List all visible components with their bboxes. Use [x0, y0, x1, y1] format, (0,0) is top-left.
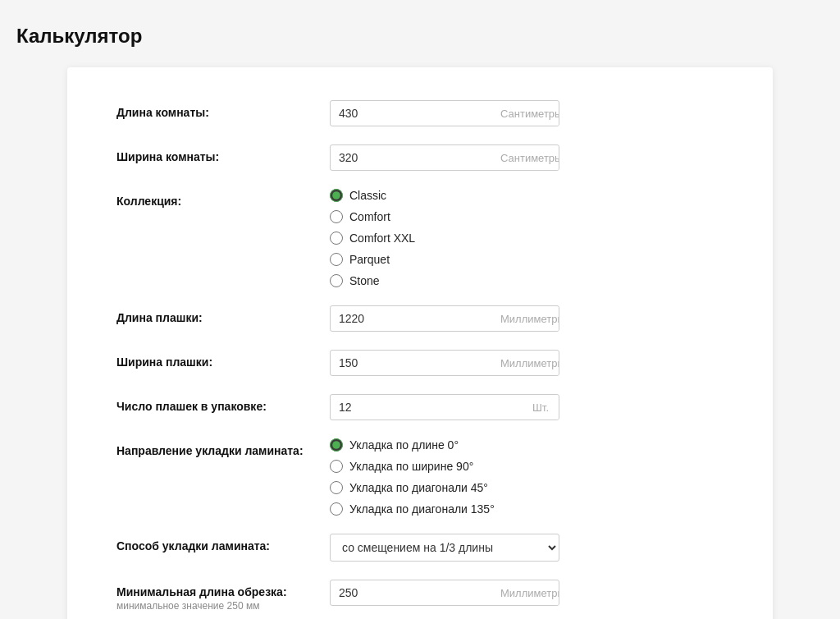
room-length-unit: Сантиметры	[491, 102, 559, 126]
plank-width-label: Ширина плашки:	[116, 350, 330, 369]
direction-row: Направление укладки ламината: Укладка по…	[116, 438, 724, 516]
min-cut-row: Минимальная длина обрезка: минимальное з…	[116, 580, 724, 612]
direction-radio-diag-135[interactable]	[330, 502, 343, 516]
planks-per-pack-row: Число плашек в упаковке: Шт.	[116, 394, 724, 420]
planks-per-pack-unit: Шт.	[523, 396, 559, 420]
collection-radio-parquet[interactable]	[330, 253, 343, 266]
direction-label-diag-45: Укладка по диагонали 45°	[349, 481, 488, 494]
collection-label-classic: Classic	[349, 189, 386, 202]
plank-length-input[interactable]	[331, 306, 491, 331]
min-cut-input-wrap: Миллиметры	[330, 580, 559, 606]
planks-per-pack-label: Число плашек в упаковке:	[116, 394, 330, 413]
collection-radio-comfort-xxl[interactable]	[330, 232, 343, 245]
direction-label: Направление укладки ламината:	[116, 438, 330, 457]
direction-radio-group: Укладка по длине 0° Укладка по ширине 90…	[330, 438, 724, 516]
direction-control: Укладка по длине 0° Укладка по ширине 90…	[330, 438, 724, 516]
direction-radio-along-0[interactable]	[330, 438, 343, 452]
planks-per-pack-control: Шт.	[330, 394, 724, 420]
direction-option-diag-45[interactable]: Укладка по диагонали 45°	[330, 481, 724, 494]
collection-row: Коллекция: Classic Comfort Comfort XXL	[116, 189, 724, 287]
collection-option-parquet[interactable]: Parquet	[330, 253, 724, 266]
plank-width-unit: Миллиметры	[491, 351, 559, 375]
room-length-row: Длина комнаты: Сантиметры	[116, 100, 724, 126]
direction-label-width-90: Укладка по ширине 90°	[349, 460, 473, 473]
plank-length-input-wrap: Миллиметры	[330, 305, 559, 332]
plank-width-input[interactable]	[331, 351, 491, 375]
collection-option-comfort[interactable]: Comfort	[330, 210, 724, 223]
collection-option-classic[interactable]: Classic	[330, 189, 724, 202]
plank-length-control: Миллиметры	[330, 305, 724, 332]
direction-radio-diag-45[interactable]	[330, 481, 343, 494]
calculator-card: Длина комнаты: Сантиметры Ширина комнаты…	[67, 67, 773, 619]
direction-option-width-90[interactable]: Укладка по ширине 90°	[330, 460, 724, 473]
direction-option-along-0[interactable]: Укладка по длине 0°	[330, 438, 724, 452]
min-cut-hint: минимальное значение 250 мм	[116, 600, 330, 612]
page-title: Калькулятор	[16, 25, 824, 48]
method-control: со смещением на 1/3 длины со смещением н…	[330, 534, 724, 562]
plank-width-control: Миллиметры	[330, 350, 724, 376]
room-width-control: Сантиметры	[330, 144, 724, 171]
planks-per-pack-input[interactable]	[331, 395, 523, 420]
room-width-row: Ширина комнаты: Сантиметры	[116, 144, 724, 171]
plank-length-label: Длина плашки:	[116, 305, 330, 324]
direction-label-diag-135: Укладка по диагонали 135°	[349, 502, 495, 516]
planks-per-pack-input-wrap: Шт.	[330, 394, 559, 420]
min-cut-control: Миллиметры	[330, 580, 724, 606]
direction-label-along-0: Укладка по длине 0°	[349, 438, 459, 452]
room-width-label: Ширина комнаты:	[116, 144, 330, 163]
collection-label: Коллекция:	[116, 189, 330, 208]
min-cut-label-wrap: Минимальная длина обрезка: минимальное з…	[116, 580, 330, 612]
collection-radio-comfort[interactable]	[330, 210, 343, 223]
room-width-input[interactable]	[331, 145, 491, 170]
room-length-label: Длина комнаты:	[116, 100, 330, 119]
plank-width-row: Ширина плашки: Миллиметры	[116, 350, 724, 376]
collection-radio-classic[interactable]	[330, 189, 343, 202]
direction-option-diag-135[interactable]: Укладка по диагонали 135°	[330, 502, 724, 516]
plank-width-input-wrap: Миллиметры	[330, 350, 559, 376]
collection-label-stone: Stone	[349, 274, 380, 287]
collection-option-stone[interactable]: Stone	[330, 274, 724, 287]
direction-radio-width-90[interactable]	[330, 460, 343, 473]
collection-radio-group: Classic Comfort Comfort XXL Parquet	[330, 189, 724, 287]
room-width-input-wrap: Сантиметры	[330, 144, 559, 171]
min-cut-unit: Миллиметры	[491, 581, 559, 605]
min-cut-input[interactable]	[331, 580, 491, 605]
method-select-wrap: со смещением на 1/3 длины со смещением н…	[330, 534, 559, 562]
collection-label-parquet: Parquet	[349, 253, 390, 266]
plank-length-row: Длина плашки: Миллиметры	[116, 305, 724, 332]
collection-option-comfort-xxl[interactable]: Comfort XXL	[330, 232, 724, 245]
method-select[interactable]: со смещением на 1/3 длины со смещением н…	[330, 534, 559, 562]
room-length-control: Сантиметры	[330, 100, 724, 126]
collection-control: Classic Comfort Comfort XXL Parquet	[330, 189, 724, 287]
method-row: Способ укладки ламината: со смещением на…	[116, 534, 724, 562]
min-cut-label: Минимальная длина обрезка:	[116, 585, 330, 598]
collection-radio-stone[interactable]	[330, 274, 343, 287]
collection-label-comfort-xxl: Comfort XXL	[349, 232, 415, 245]
room-width-unit: Сантиметры	[491, 146, 559, 170]
room-length-input-wrap: Сантиметры	[330, 100, 559, 126]
collection-label-comfort: Comfort	[349, 210, 390, 223]
room-length-input[interactable]	[331, 101, 491, 126]
plank-length-unit: Миллиметры	[491, 307, 559, 331]
method-label: Способ укладки ламината:	[116, 534, 330, 553]
